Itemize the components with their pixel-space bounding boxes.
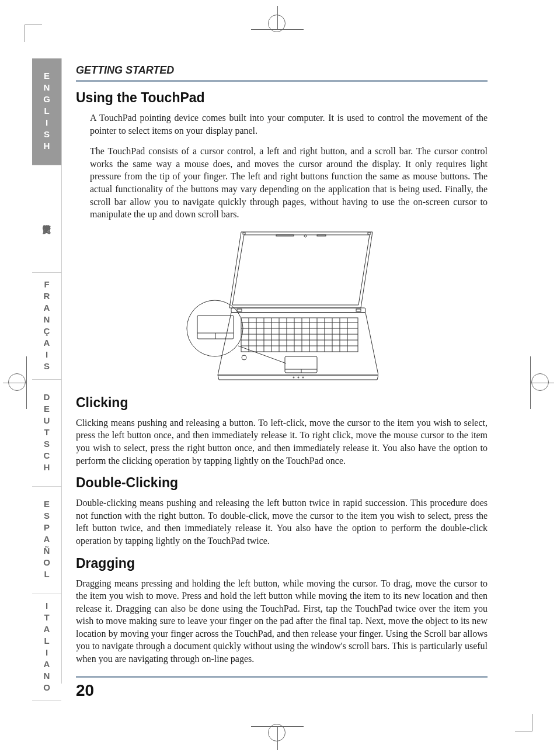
- paragraph: The TouchPad consists of a cursor contro…: [90, 145, 488, 221]
- registration-circle-left: [8, 373, 26, 391]
- lang-tab-english: ENGLISH: [32, 58, 61, 165]
- laptop-touchpad-figure: [186, 229, 378, 387]
- lang-tab-espanol: ESPAÑOL: [32, 487, 61, 594]
- registration-circle-right: [531, 373, 549, 391]
- svg-point-2: [304, 235, 307, 237]
- lang-label: DEUTSCH: [42, 392, 52, 474]
- lang-tab-deutsch: DEUTSCH: [32, 380, 61, 487]
- paragraph: Dragging means pressing and holding the …: [76, 577, 488, 665]
- registration-circle-top: [268, 15, 286, 32]
- svg-rect-3: [243, 233, 245, 234]
- svg-rect-9: [356, 309, 361, 311]
- chapter-title: GETTING STARTED: [76, 64, 488, 82]
- svg-point-38: [302, 377, 304, 378]
- svg-point-36: [293, 377, 294, 378]
- language-sidebar: ENGLISH 繁體中文 FRANÇAIS DEUTSCH ESPAÑOL IT…: [32, 58, 61, 701]
- svg-rect-8: [237, 309, 242, 311]
- heading-using-touchpad: Using the TouchPad: [76, 90, 488, 106]
- paragraph: Double-clicking means pushing and releas…: [76, 497, 488, 547]
- svg-rect-4: [368, 233, 371, 234]
- svg-point-32: [242, 355, 246, 360]
- lang-label: ITALIANO: [42, 601, 52, 694]
- paragraph: Clicking means pushing and releasing a b…: [76, 417, 488, 467]
- corner-mark-br: [515, 714, 532, 731]
- svg-rect-5: [276, 235, 294, 236]
- svg-rect-6: [317, 235, 326, 236]
- sidebar-divider: [61, 58, 62, 684]
- page-number: 20: [76, 681, 488, 700]
- registration-circle-bottom: [268, 724, 286, 741]
- lang-label: FRANÇAIS: [42, 279, 52, 373]
- svg-marker-0: [229, 232, 373, 308]
- heading-clicking: Clicking: [76, 395, 488, 411]
- svg-point-39: [187, 300, 243, 356]
- page-footer: 20: [76, 676, 488, 700]
- lang-tab-francais: FRANÇAIS: [32, 273, 61, 380]
- laptop-illustration-icon: [186, 229, 378, 387]
- svg-rect-7: [231, 308, 365, 313]
- heading-dragging: Dragging: [76, 556, 488, 571]
- lang-tab-chinese: 繁體中文: [32, 165, 61, 272]
- heading-double-clicking: Double-Clicking: [76, 475, 488, 491]
- page-content: GETTING STARTED Using the TouchPad A Tou…: [76, 64, 488, 700]
- svg-point-37: [298, 377, 299, 378]
- paragraph: A TouchPad pointing device comes built i…: [90, 112, 488, 137]
- corner-mark-tl: [25, 25, 42, 42]
- svg-rect-12: [241, 318, 358, 352]
- lang-tab-italiano: ITALIANO: [32, 594, 61, 701]
- lang-label: ENGLISH: [42, 71, 52, 152]
- svg-marker-1: [232, 235, 370, 305]
- lang-label: ESPAÑOL: [42, 499, 52, 581]
